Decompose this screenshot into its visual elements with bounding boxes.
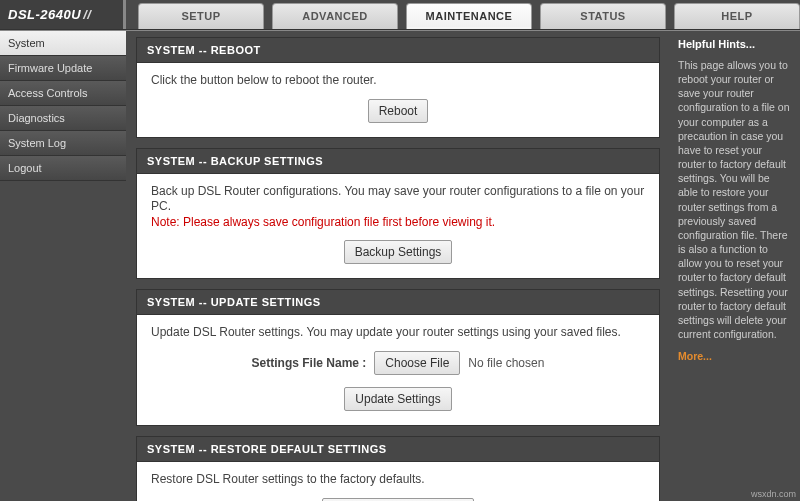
panel-backup-maintext: Back up DSL Router configurations. You m…: [151, 184, 644, 214]
tab-maintenance[interactable]: MAINTENANCE: [406, 3, 532, 29]
tab-setup[interactable]: SETUP: [138, 3, 264, 29]
panel-update-text: Update DSL Router settings. You may upda…: [151, 325, 645, 341]
restore-default-button[interactable]: Restore Default Settings: [322, 498, 474, 501]
tab-help[interactable]: HELP: [674, 3, 800, 29]
tab-advanced[interactable]: ADVANCED: [272, 3, 398, 29]
main-area: System Firmware Update Access Controls D…: [0, 30, 800, 501]
top-bar: DSL-2640U// SETUP ADVANCED MAINTENANCE S…: [0, 0, 800, 30]
main-tabs: SETUP ADVANCED MAINTENANCE STATUS HELP: [126, 0, 800, 29]
brand-logo: DSL-2640U//: [0, 0, 126, 29]
watermark: wsxdn.com: [751, 489, 796, 499]
reboot-button[interactable]: Reboot: [368, 99, 429, 123]
panel-reboot-text: Click the button below to reboot the rou…: [151, 73, 645, 89]
panel-backup: SYSTEM -- BACKUP SETTINGS Back up DSL Ro…: [136, 148, 660, 280]
help-body: This page allows you to reboot your rout…: [678, 58, 792, 341]
panel-backup-text: Back up DSL Router configurations. You m…: [151, 184, 645, 231]
panel-restore-title: SYSTEM -- RESTORE DEFAULT SETTINGS: [137, 437, 659, 462]
panel-reboot: SYSTEM -- REBOOT Click the button below …: [136, 37, 660, 138]
sidebar-item-logout[interactable]: Logout: [0, 156, 126, 181]
file-label: Settings File Name :: [252, 356, 367, 370]
brand-text: DSL-2640U: [8, 7, 81, 22]
file-row: Settings File Name : Choose File No file…: [151, 351, 645, 375]
content-area: SYSTEM -- REBOOT Click the button below …: [126, 31, 670, 501]
update-settings-button[interactable]: Update Settings: [344, 387, 451, 411]
panel-restore-text: Restore DSL Router settings to the facto…: [151, 472, 645, 488]
sidebar-item-firmware[interactable]: Firmware Update: [0, 56, 126, 81]
panel-update: SYSTEM -- UPDATE SETTINGS Update DSL Rou…: [136, 289, 660, 426]
file-status: No file chosen: [468, 356, 544, 370]
help-panel: Helpful Hints... This page allows you to…: [670, 31, 800, 501]
panel-update-title: SYSTEM -- UPDATE SETTINGS: [137, 290, 659, 315]
sidebar: System Firmware Update Access Controls D…: [0, 31, 126, 501]
sidebar-item-systemlog[interactable]: System Log: [0, 131, 126, 156]
help-title: Helpful Hints...: [678, 37, 792, 52]
backup-button[interactable]: Backup Settings: [344, 240, 453, 264]
sidebar-item-access[interactable]: Access Controls: [0, 81, 126, 106]
panel-restore: SYSTEM -- RESTORE DEFAULT SETTINGS Resto…: [136, 436, 660, 501]
brand-slashes: //: [81, 7, 91, 22]
choose-file-button[interactable]: Choose File: [374, 351, 460, 375]
panel-reboot-title: SYSTEM -- REBOOT: [137, 38, 659, 63]
panel-backup-title: SYSTEM -- BACKUP SETTINGS: [137, 149, 659, 174]
tab-status[interactable]: STATUS: [540, 3, 666, 29]
help-more-link[interactable]: More...: [678, 349, 712, 363]
panel-backup-note: Note: Please always save configuration f…: [151, 215, 645, 231]
sidebar-item-diagnostics[interactable]: Diagnostics: [0, 106, 126, 131]
sidebar-item-system[interactable]: System: [0, 31, 126, 56]
